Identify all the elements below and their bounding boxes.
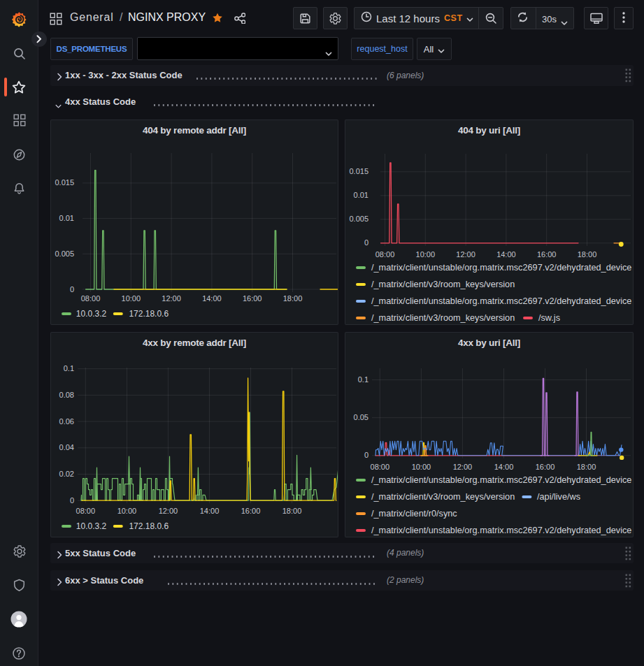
svg-text:172.18.0.6: 172.18.0.6 xyxy=(129,309,169,319)
svg-text:/_matrix/client/v3/room_keys/v: /_matrix/client/v3/room_keys/version xyxy=(371,280,515,289)
svg-text:16:00: 16:00 xyxy=(537,250,557,259)
svg-text:0.005: 0.005 xyxy=(349,215,368,223)
svg-text:0.01: 0.01 xyxy=(59,214,74,222)
svg-text:10.0.3.2: 10.0.3.2 xyxy=(76,521,107,531)
svg-text:/_matrix/client/v3/room_keys/v: /_matrix/client/v3/room_keys/version xyxy=(371,313,515,323)
svg-text:18:00: 18:00 xyxy=(578,250,597,259)
svg-text:0: 0 xyxy=(364,238,368,247)
svg-text:0.015: 0.015 xyxy=(349,167,368,175)
svg-text:0.015: 0.015 xyxy=(55,178,74,187)
svg-text:10:00: 10:00 xyxy=(122,294,141,303)
svg-text:0.01: 0.01 xyxy=(354,191,368,199)
svg-text:10:00: 10:00 xyxy=(117,507,137,515)
svg-text:14:00: 14:00 xyxy=(200,507,220,515)
svg-text:/_matrix/client/r0/sync: /_matrix/client/r0/sync xyxy=(371,509,457,519)
svg-text:12:00: 12:00 xyxy=(456,250,475,259)
svg-text:0.05: 0.05 xyxy=(354,413,368,421)
svg-text:/sw.js: /sw.js xyxy=(538,313,560,323)
svg-text:0.005: 0.005 xyxy=(55,249,74,258)
svg-text:/_matrix/client/unstable/org.m: /_matrix/client/unstable/org.matrix.msc2… xyxy=(371,526,631,535)
svg-text:16:00: 16:00 xyxy=(536,463,555,471)
svg-text:10:00: 10:00 xyxy=(412,463,431,471)
svg-text:08:00: 08:00 xyxy=(375,250,395,259)
svg-text:12:00: 12:00 xyxy=(159,507,178,515)
svg-text:0.02: 0.02 xyxy=(59,470,74,478)
svg-text:16:00: 16:00 xyxy=(241,507,261,515)
svg-text:/_matrix/client/unstable/org.m: /_matrix/client/unstable/org.matrix.msc2… xyxy=(371,296,631,306)
svg-text:12:00: 12:00 xyxy=(162,294,181,303)
svg-text:/_matrix/client/unstable/org.m: /_matrix/client/unstable/org.matrix.msc2… xyxy=(371,475,631,485)
svg-text:0: 0 xyxy=(70,496,74,505)
svg-text:18:00: 18:00 xyxy=(283,294,303,303)
svg-text:18:00: 18:00 xyxy=(282,507,302,515)
svg-text:08:00: 08:00 xyxy=(81,294,101,303)
svg-text:12:00: 12:00 xyxy=(453,463,473,471)
svg-text:/_matrix/client/unstable/org.m: /_matrix/client/unstable/org.matrix.msc2… xyxy=(371,263,631,273)
svg-text:10.0.3.2: 10.0.3.2 xyxy=(76,309,107,319)
svg-text:/api/live/ws: /api/live/ws xyxy=(537,492,580,502)
svg-text:16:00: 16:00 xyxy=(243,294,262,303)
svg-text:18:00: 18:00 xyxy=(577,463,596,471)
svg-text:08:00: 08:00 xyxy=(76,507,96,515)
svg-text:0.06: 0.06 xyxy=(59,417,74,426)
svg-text:0.08: 0.08 xyxy=(59,391,74,399)
svg-text:172.18.0.6: 172.18.0.6 xyxy=(129,521,169,531)
svg-text:14:00: 14:00 xyxy=(202,294,222,303)
svg-text:0: 0 xyxy=(70,285,74,294)
svg-text:14:00: 14:00 xyxy=(494,463,514,471)
svg-text:08:00: 08:00 xyxy=(371,463,390,471)
svg-text:0.1: 0.1 xyxy=(64,364,74,372)
svg-text:0.04: 0.04 xyxy=(59,443,74,451)
svg-text:0: 0 xyxy=(364,451,368,459)
svg-text:14:00: 14:00 xyxy=(496,250,516,259)
svg-text:/_matrix/client/v3/room_keys/v: /_matrix/client/v3/room_keys/version xyxy=(371,492,515,502)
svg-text:0.1: 0.1 xyxy=(358,375,368,384)
svg-text:10:00: 10:00 xyxy=(416,250,436,259)
